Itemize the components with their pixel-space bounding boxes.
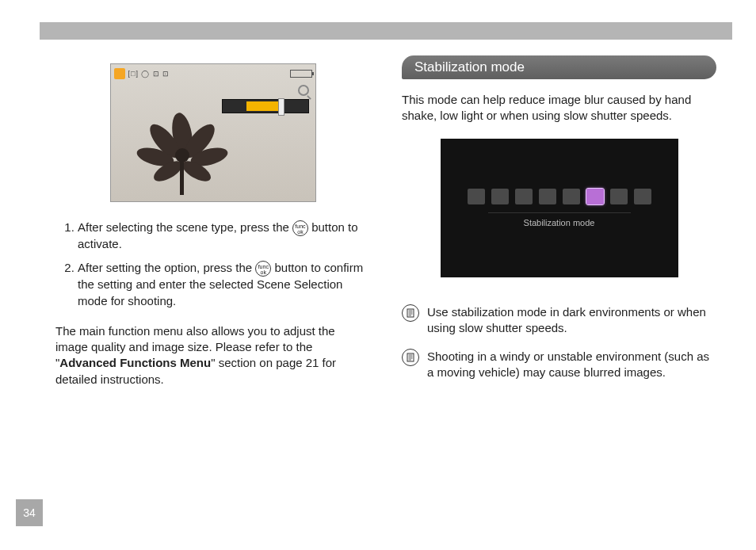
mode-icon <box>610 189 628 204</box>
step-2: After setting the option, press the func… <box>78 260 370 309</box>
instruction-steps: After selecting the scene type, press th… <box>55 220 370 309</box>
battery-icon <box>290 70 312 78</box>
status-icons: [□] ◯ ⊡ ⊡ <box>128 70 170 78</box>
mode-icon <box>634 189 651 204</box>
mode-icon <box>563 189 580 204</box>
mode-icon <box>491 189 509 204</box>
svg-rect-9 <box>407 309 414 317</box>
mode-icon <box>539 189 556 204</box>
content-columns: [□] ◯ ⊡ ⊡ <box>55 55 716 487</box>
mode-icon <box>468 189 485 204</box>
figure-caption: Stabilization mode <box>488 212 631 227</box>
mode-selection-figure: Stabilization mode <box>441 139 678 277</box>
page-number: 34 <box>16 499 43 526</box>
step-1-pre: After selecting the scene type, press th… <box>78 220 292 234</box>
step-2-pre: After setting the option, press the <box>78 261 255 274</box>
header-bar <box>40 22 732 40</box>
svg-rect-8 <box>180 162 184 195</box>
sample-flower-image <box>127 100 246 195</box>
note-2: Shooting in a windy or unstable environm… <box>402 349 716 381</box>
manual-page: [□] ◯ ⊡ ⊡ <box>0 0 756 550</box>
mode-icon-selected <box>586 189 604 204</box>
svg-rect-14 <box>407 353 414 361</box>
right-column: Stabilization mode This mode can help re… <box>402 55 716 487</box>
section-heading-text: Stabilization mode <box>414 59 525 75</box>
step-1: After selecting the scene type, press th… <box>78 220 370 252</box>
left-column: [□] ◯ ⊡ ⊡ <box>55 55 370 487</box>
note-1-text: Use stabilization mode in dark environme… <box>427 304 716 337</box>
note-icon <box>402 304 419 322</box>
func-ok-button-icon: func ok <box>292 220 308 236</box>
section-intro: This mode can help reduce image blur cau… <box>402 92 716 124</box>
section-heading: Stabilization mode <box>402 55 716 79</box>
page-number-text: 34 <box>23 506 36 519</box>
paragraph-bold: Advanced Functions Menu <box>59 356 211 369</box>
svg-point-7 <box>175 148 189 162</box>
magnifier-icon <box>298 85 309 96</box>
note-1: Use stabilization mode in dark environme… <box>402 304 716 337</box>
mode-icon-row <box>468 189 651 204</box>
func-ok-button-icon: func ok <box>255 261 271 277</box>
main-paragraph: The main function menu also allows you t… <box>55 323 370 388</box>
camera-preview-topbar: [□] ◯ ⊡ ⊡ <box>114 67 312 80</box>
slider-fill <box>246 101 280 111</box>
note-icon <box>402 349 419 366</box>
note-2-text: Shooting in a windy or unstable environm… <box>427 349 716 381</box>
slider-handle <box>278 98 284 116</box>
mode-indicator-icon <box>114 68 125 79</box>
camera-preview-figure: [□] ◯ ⊡ ⊡ <box>110 63 316 202</box>
mode-icon <box>515 189 533 204</box>
